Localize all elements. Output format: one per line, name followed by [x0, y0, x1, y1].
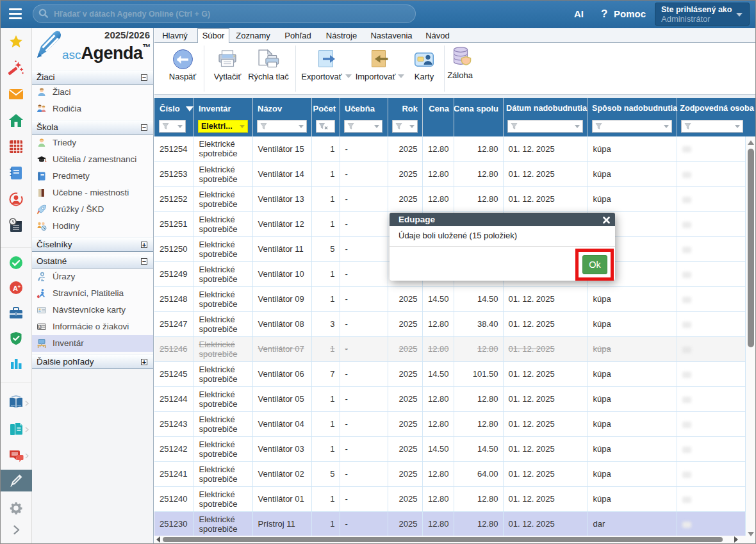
svg-text:+: +	[18, 284, 21, 290]
svg-text:A: A	[39, 326, 41, 329]
